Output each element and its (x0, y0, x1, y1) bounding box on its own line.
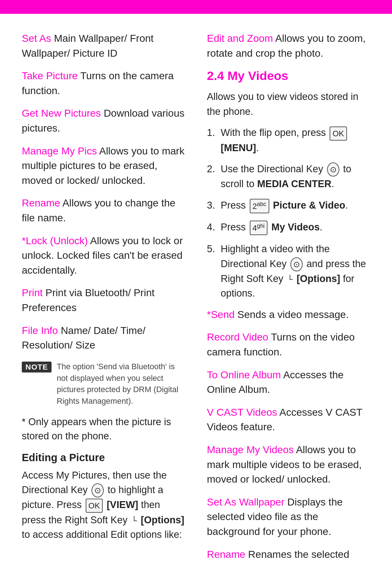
term-manage-my-pics: Manage My Pics (22, 145, 97, 157)
term-print: Print (22, 287, 43, 298)
ok-icon: OK (86, 499, 103, 513)
right-column: Edit and Zoom Allows you to zoom, rotate… (207, 31, 370, 564)
step-5: 5. Highlight a video with the Directiona… (207, 242, 370, 301)
entry-file-info: File Info Name/ Date/ Time/ Resolution/ … (22, 323, 185, 353)
section-heading-my-videos: 2.4 My Videos (207, 69, 370, 83)
step-text-3: Press 2abc Picture & Video. (221, 198, 370, 213)
key-4ghi-icon: 4ghi (250, 221, 268, 235)
right-soft-key-icon: └ (131, 515, 137, 527)
term-rename-video: Rename (207, 549, 245, 560)
editing-body: Access My Pictures, then use the Directi… (22, 468, 185, 542)
term-vcast-videos: V CAST Videos (207, 407, 277, 418)
ok-key-icon: OK (330, 126, 347, 141)
term-get-new-pictures: Get New Pictures (22, 108, 101, 119)
entry-rename-video: Rename Renames the selected video. (207, 547, 370, 564)
term-take-picture: Take Picture (22, 70, 78, 81)
term-record-video: Record Video (207, 331, 268, 343)
note-label: NOTE (22, 362, 52, 372)
step-2: 2. Use the Directional Key ⊙ to scroll t… (207, 162, 370, 192)
step-num-1: 1. (207, 125, 221, 140)
key-2abc-icon: 2abc (250, 199, 269, 213)
step-1: 1. With the flip open, press OK [MENU]. (207, 125, 370, 155)
step-4: 4. Press 4ghi My Videos. (207, 220, 370, 235)
step-text-2: Use the Directional Key ⊙ to scroll to M… (221, 162, 370, 192)
term-set-as-wallpaper: Set As Wallpaper (207, 496, 285, 508)
sub-entries: *Send Sends a video message. Record Vide… (207, 307, 370, 564)
step-3: 3. Press 2abc Picture & Video. (207, 198, 370, 213)
steps-list: 1. With the flip open, press OK [MENU]. … (207, 125, 370, 301)
term-send: *Send (207, 309, 234, 320)
entry-set-as-wallpaper: Set As Wallpaper Displays the selected v… (207, 495, 370, 539)
left-column: Set As Main Wallpaper/ Front Wallpaper/ … (22, 31, 185, 564)
step-text-1: With the flip open, press OK [MENU]. (221, 125, 370, 155)
step-num-4: 4. (207, 220, 221, 235)
entry-edit-zoom: Edit and Zoom Allows you to zoom, rotate… (207, 31, 370, 61)
entry-print: Print Print via Bluetooth/ Print Prefere… (22, 286, 185, 315)
asterisk-note: * Only appears when the picture is store… (22, 415, 185, 443)
entry-to-online-album: To Online Album Accesses the Online Albu… (207, 368, 370, 397)
term-set-as: Set As (22, 33, 51, 44)
entry-manage-my-videos: Manage My Videos Allows you to mark mult… (207, 443, 370, 487)
step-text-5: Highlight a video with the Directional K… (221, 242, 370, 301)
top-bar (0, 0, 392, 14)
note-block: NOTE The option 'Send via Bluetooth' is … (22, 361, 185, 407)
entry-vcast-videos: V CAST Videos Accesses V CAST Videos fea… (207, 405, 370, 435)
step-text-4: Press 4ghi My Videos. (221, 220, 370, 235)
term-lock-unlock: *Lock (Unlock) (22, 235, 88, 246)
dir-key-icon-2: ⊙ (327, 162, 339, 177)
dir-key-icon-5: ⊙ (290, 257, 303, 271)
entry-take-picture: Take Picture Turns on the camera functio… (22, 69, 185, 98)
step-num-3: 3. (207, 198, 221, 213)
entry-send: *Send Sends a video message. (207, 307, 370, 322)
right-soft-key-icon-5: └ (287, 273, 293, 285)
directional-key-icon: ⊙ (91, 483, 104, 497)
term-manage-my-videos: Manage My Videos (207, 444, 294, 455)
entry-manage-my-pics: Manage My Pics Allows you to mark multip… (22, 144, 185, 188)
step-num-5: 5. (207, 242, 221, 257)
note-text: The option 'Send via Bluetooth' is not d… (57, 361, 185, 407)
entry-rename: Rename Allows you to change the file nam… (22, 196, 185, 225)
term-file-info: File Info (22, 325, 58, 336)
term-edit-zoom: Edit and Zoom (207, 33, 273, 44)
desc-send: Sends a video message. (234, 309, 348, 320)
entry-record-video: Record Video Turns on the video camera f… (207, 330, 370, 359)
term-to-online-album: To Online Album (207, 369, 281, 380)
my-videos-intro: Allows you to view videos stored in the … (207, 89, 370, 119)
editing-heading: Editing a Picture (22, 452, 185, 464)
entry-get-new-pictures: Get New Pictures Download various pictur… (22, 106, 185, 136)
entry-lock-unlock: *Lock (Unlock) Allows you to lock or unl… (22, 234, 185, 278)
entry-set-as: Set As Main Wallpaper/ Front Wallpaper/ … (22, 31, 185, 61)
term-rename: Rename (22, 197, 60, 209)
step-num-2: 2. (207, 162, 221, 177)
